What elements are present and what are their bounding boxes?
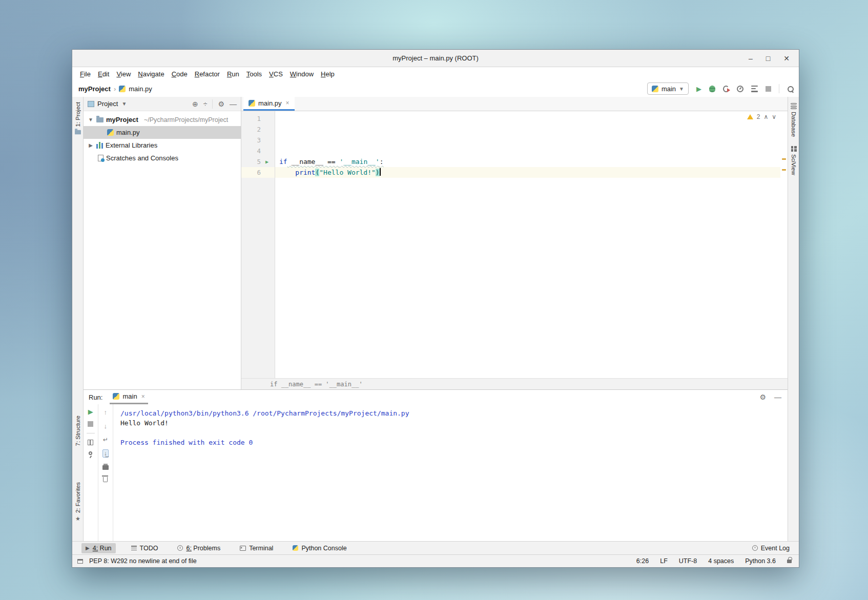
minimize-button[interactable]: –: [749, 55, 753, 62]
editor-body[interactable]: 1 2 3 4 5 ▶ 6: [241, 111, 788, 378]
run-console-output[interactable]: /usr/local/python3/bin/python3.6 /root/P…: [113, 404, 788, 541]
toolbar-tab-event-log[interactable]: Event Log: [748, 543, 794, 553]
tree-row-external-libraries[interactable]: ▶ External Libraries: [84, 139, 241, 152]
tree-row-main-py[interactable]: main.py: [84, 126, 241, 139]
tool-stripe-project[interactable]: 1: Project: [75, 102, 81, 127]
right-tool-stripe: Database SciView: [788, 97, 799, 541]
status-message[interactable]: PEP 8: W292 no newline at end of file: [89, 557, 197, 565]
hide-run-panel-button[interactable]: —: [774, 393, 781, 401]
toolbar-tab-terminal[interactable]: Terminal: [236, 543, 277, 553]
code-line-3: [275, 135, 788, 146]
editor-tab-main-py[interactable]: main.py ×: [243, 97, 295, 111]
restore-layout-button[interactable]: [88, 440, 93, 445]
toolbar-tab-todo[interactable]: TODO: [127, 543, 162, 553]
inspection-widget[interactable]: 2 ∧ ∨: [747, 113, 776, 120]
editor-context-breadcrumb[interactable]: if __name__ == '__main__': [241, 378, 788, 389]
code-line-6: print("Hello World!"): [275, 167, 788, 178]
menu-navigate[interactable]: Navigate: [134, 69, 168, 79]
chevron-collapsed-icon[interactable]: ▶: [88, 142, 94, 148]
chevron-expanded-icon[interactable]: ▼: [88, 117, 94, 122]
tool-stripe-database[interactable]: Database: [791, 112, 797, 137]
breadcrumb-project[interactable]: myProject: [78, 85, 111, 93]
external-libraries-label: External Libraries: [106, 141, 157, 149]
project-panel-title[interactable]: Project: [97, 100, 118, 108]
rerun-button[interactable]: ▶: [88, 408, 93, 415]
toolbar-tab-problems[interactable]: 6: Problems: [173, 543, 224, 553]
line-number: 6: [241, 169, 261, 176]
interpreter-widget[interactable]: Python 3.6: [745, 557, 776, 565]
run-line-gutter-icon[interactable]: ▶: [261, 159, 273, 164]
status-bar: PEP 8: W292 no newline at end of file 6:…: [72, 554, 799, 567]
menu-code[interactable]: Code: [168, 69, 191, 79]
indent-widget[interactable]: 4 spaces: [708, 557, 734, 565]
menu-refactor[interactable]: Refactor: [191, 69, 223, 79]
hide-project-panel-button[interactable]: —: [230, 100, 237, 108]
prev-warning-button[interactable]: ∧: [763, 113, 768, 120]
tree-row-scratches[interactable]: Scratches and Consoles: [84, 152, 241, 164]
breadcrumb-file[interactable]: main.py: [129, 85, 152, 93]
libraries-icon: [96, 142, 103, 149]
run-tab-main[interactable]: main ×: [110, 390, 148, 404]
search-everywhere-button[interactable]: [787, 86, 794, 92]
title-bar[interactable]: myProject – main.py (ROOT) – □ ✕: [72, 50, 799, 67]
tree-row-project-root[interactable]: ▼ myProject ~/PycharmProjects/myProject: [84, 113, 241, 126]
down-stacktrace-button[interactable]: ↓: [104, 422, 108, 430]
tool-stripe-favorites[interactable]: 2: Favorites: [75, 482, 81, 513]
tool-stripe-structure[interactable]: 7: Structure: [75, 416, 81, 446]
line-ending-widget[interactable]: LF: [660, 557, 668, 565]
line-number: 3: [241, 136, 261, 144]
menu-window[interactable]: Window: [286, 69, 317, 79]
stop-button[interactable]: [766, 86, 771, 92]
stop-process-button[interactable]: [88, 421, 93, 427]
toolbar-tab-python-console[interactable]: Python Console: [288, 543, 350, 553]
menu-edit[interactable]: Edit: [94, 69, 113, 79]
print-button[interactable]: [102, 465, 109, 470]
scratches-label: Scratches and Consoles: [106, 154, 178, 162]
project-settings-button[interactable]: ⚙: [218, 100, 224, 108]
warning-stripe-mark[interactable]: [782, 158, 786, 160]
run-button[interactable]: ▶: [696, 86, 701, 92]
tool-stripe-sciview[interactable]: SciView: [791, 154, 797, 175]
run-panel-header: Run: main × ⚙ —: [84, 390, 788, 404]
soft-wrap-button[interactable]: ↵: [103, 436, 108, 443]
line-number: 5: [241, 158, 261, 165]
next-warning-button[interactable]: ∨: [772, 113, 776, 120]
tool-window-switcher-icon[interactable]: [77, 559, 83, 564]
collapse-all-button[interactable]: ÷: [203, 100, 208, 108]
project-panel-icon: [88, 101, 94, 107]
menu-view[interactable]: View: [113, 69, 134, 79]
console-command-line: /usr/local/python3/bin/python3.6 /root/P…: [120, 408, 788, 418]
close-button[interactable]: ✕: [783, 55, 790, 62]
tab-close-icon[interactable]: ×: [286, 99, 290, 107]
warning-icon: [747, 114, 753, 119]
problems-icon: [177, 545, 183, 551]
locate-file-button[interactable]: ⊕: [192, 100, 198, 108]
toolbar-tab-run[interactable]: ▶ 4: Run: [81, 543, 116, 553]
maximize-button[interactable]: □: [766, 55, 770, 62]
warning-stripe-mark[interactable]: [782, 169, 786, 171]
caret-position-widget[interactable]: 6:26: [636, 557, 649, 565]
error-stripe[interactable]: [780, 111, 788, 378]
scroll-to-end-button[interactable]: ↓̲: [102, 449, 109, 458]
encoding-widget[interactable]: UTF-8: [679, 557, 697, 565]
debug-button[interactable]: [709, 86, 715, 92]
coverage-button[interactable]: [723, 86, 729, 92]
warning-count: 2: [757, 113, 760, 120]
code-area[interactable]: if __name__ == '__main__': print("Hello …: [275, 111, 788, 378]
pin-tab-button[interactable]: [89, 451, 92, 455]
python-icon: [113, 393, 119, 400]
run-settings-button[interactable]: ⚙: [759, 393, 766, 401]
menu-tools[interactable]: Tools: [243, 69, 265, 79]
menu-vcs[interactable]: VCS: [265, 69, 286, 79]
concurrency-diagram-button[interactable]: [751, 86, 758, 92]
write-access-lock-icon[interactable]: [787, 560, 792, 563]
project-view-chevron-icon[interactable]: ▼: [121, 101, 127, 107]
menu-help[interactable]: Help: [317, 69, 338, 79]
tab-close-icon[interactable]: ×: [141, 393, 145, 400]
menu-run[interactable]: Run: [223, 69, 243, 79]
run-configuration-select[interactable]: main ▼: [647, 82, 689, 95]
profiler-button[interactable]: [737, 86, 743, 92]
menu-file[interactable]: File: [76, 69, 94, 79]
up-stacktrace-button[interactable]: ↑: [104, 408, 108, 416]
clear-console-button[interactable]: [103, 477, 108, 482]
